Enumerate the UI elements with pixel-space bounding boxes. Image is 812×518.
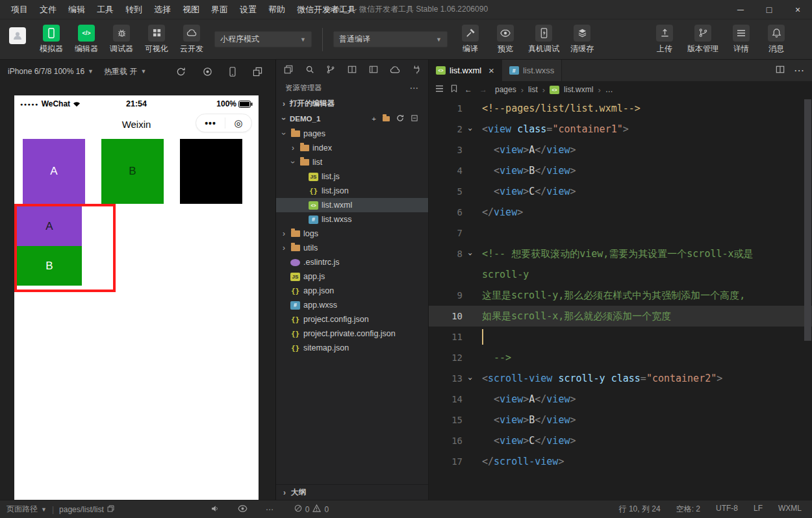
tree-item-app-js[interactable]: JSapp.js (276, 269, 428, 284)
code-line-15[interactable]: 15 <view>B</view> (429, 410, 812, 430)
debugger-button[interactable]: 调试器 (104, 25, 139, 55)
device-frame-icon[interactable] (229, 67, 236, 77)
tree-item-index[interactable]: ›index (276, 141, 428, 155)
code-line-8[interactable]: 8›<!-- 想要获取滚动的view,需要为其设置一个scroll-x或是 (429, 243, 812, 264)
menu-item[interactable]: 设置 (234, 0, 262, 19)
fold-icon[interactable]: › (463, 249, 479, 259)
device-selector[interactable]: iPhone 6/7/8 100% 16▼ (8, 67, 94, 76)
split-editor-icon[interactable] (348, 65, 357, 74)
code-line-14[interactable]: 14 <view>A</view> (429, 389, 812, 410)
search-icon[interactable] (305, 65, 314, 74)
minimize-button[interactable]: ─ (726, 0, 755, 19)
upload-button[interactable]: 上传 (647, 25, 682, 55)
compile-button[interactable]: 编译 (453, 25, 488, 55)
compile-mode-dropdown[interactable]: 普通编译▼ (333, 31, 448, 47)
tree-item-sitemap-json[interactable]: {}sitemap.json (276, 341, 428, 355)
breadcrumb-item-pages[interactable]: pages (495, 85, 516, 94)
navigate-back-icon[interactable]: ← (464, 85, 472, 94)
breadcrumb-item-[interactable]: … (605, 85, 613, 94)
remote-debug-button[interactable]: 真机调试 (523, 25, 565, 55)
simulator-button[interactable]: 模拟器 (34, 25, 69, 55)
clear-cache-button[interactable]: 清缓存 (565, 25, 600, 55)
collapse-all-icon[interactable] (411, 114, 418, 123)
menu-item[interactable]: 视图 (177, 0, 205, 19)
menu-item[interactable]: 文件 (34, 0, 62, 19)
details-button[interactable]: 详情 (724, 25, 759, 55)
files-icon[interactable] (284, 65, 293, 74)
tree-item-app-json[interactable]: {}app.json (276, 284, 428, 298)
navigate-forward-icon[interactable]: → (479, 85, 487, 94)
exit-button[interactable]: ◎ (225, 117, 251, 129)
avatar[interactable] (9, 27, 26, 44)
status-item[interactable]: UTF-8 (716, 504, 738, 515)
status-item[interactable]: 行 10, 列 24 (619, 504, 661, 515)
split-editor-icon[interactable] (776, 65, 785, 77)
tree-item-list-js[interactable]: JSlist.js (276, 169, 428, 184)
tree-item-project-private-config-json[interactable]: {}project.private.config.json (276, 327, 428, 341)
code-line-17[interactable]: 17</scroll-view> (429, 451, 812, 472)
visualizer-button[interactable]: 可视化 (139, 25, 174, 55)
outline-toggle-icon[interactable] (435, 85, 444, 94)
maximize-button[interactable]: □ (755, 0, 783, 19)
code-line-6[interactable]: 6</view> (429, 202, 812, 223)
cloud-dev-button[interactable]: 云开发 (174, 25, 209, 55)
code-line-12[interactable]: 12 --> (429, 347, 812, 368)
code-line-5[interactable]: 5 <view>C</view> (429, 181, 812, 202)
container2-scroll-view[interactable]: AB (14, 204, 116, 292)
status-item[interactable]: WXML (778, 504, 802, 515)
refresh-explorer-icon[interactable] (396, 114, 404, 123)
editor-button[interactable]: </>编辑器 (69, 25, 104, 55)
tree-item-logs[interactable]: ›logs (276, 227, 428, 241)
cloud-icon[interactable] (390, 66, 400, 73)
code-line-10[interactable]: 10如果是scroll-x,那么就必须添加一个宽度 (429, 306, 812, 327)
problems-indicator[interactable]: 0 0 (294, 504, 329, 514)
code-line-3[interactable]: 3 <view>A</view> (429, 140, 812, 160)
menu-item[interactable]: 微信开发者工具 (291, 0, 362, 19)
fold-icon[interactable]: › (463, 374, 479, 384)
menu-item[interactable]: 选择 (148, 0, 177, 19)
screenshot-icon[interactable] (203, 67, 212, 77)
plugin-icon[interactable] (412, 65, 420, 74)
page-path-selector[interactable]: 页面路径 ▼ (6, 504, 47, 515)
hot-reload-toggle[interactable]: 热重载 开▼ (104, 66, 146, 77)
tab-list-wxss[interactable]: #list.wxss (502, 60, 562, 81)
breadcrumb-item-list[interactable]: list (528, 85, 538, 94)
bookmark-icon[interactable] (451, 84, 457, 95)
code-line-7[interactable]: 7 (429, 223, 812, 243)
code-line-2[interactable]: 2›<view class="container1"> (429, 119, 812, 140)
code-area[interactable]: 1<!--pages/list/list.wxml-->2›<view clas… (429, 98, 812, 500)
menu-item[interactable]: 项目 (5, 0, 34, 19)
visibility-icon[interactable] (238, 505, 247, 514)
code-line-16[interactable]: 16 <view>C</view> (429, 430, 812, 451)
current-page-path[interactable]: pages/list/list (59, 505, 114, 514)
detach-window-icon[interactable] (253, 67, 262, 77)
new-file-icon[interactable]: + (372, 115, 376, 123)
refresh-icon[interactable] (176, 67, 186, 77)
close-button[interactable]: × (783, 0, 812, 19)
tree-item-app-wxss[interactable]: #app.wxss (276, 298, 428, 312)
source-control-icon[interactable] (326, 65, 335, 74)
more-actions-icon[interactable]: ⋯ (794, 64, 804, 77)
preview-button[interactable]: 预览 (488, 25, 523, 55)
code-line-11[interactable]: 11 (429, 327, 812, 347)
code-line-4[interactable]: 4 <view>B</view> (429, 160, 812, 181)
layout-icon[interactable] (369, 65, 378, 74)
menu-item[interactable]: 帮助 (262, 0, 291, 19)
project-section[interactable]: › DEMO_1 + (276, 111, 428, 126)
status-item[interactable]: 空格: 2 (676, 504, 700, 515)
menu-item[interactable]: 工具 (91, 0, 120, 19)
tab-list-wxml[interactable]: <>list.wxml× (429, 60, 502, 81)
version-button[interactable]: 版本管理 (682, 25, 724, 55)
tree-item-list-wxml[interactable]: <>list.wxml (276, 198, 428, 212)
outline-section[interactable]: › 大纲 (276, 484, 428, 500)
more-actions-icon[interactable]: ⋯ (410, 82, 419, 93)
tree-item-project-config-json[interactable]: {}project.config.json (276, 312, 428, 327)
code-line-1[interactable]: 1<!--pages/list/list.wxml--> (429, 98, 812, 119)
new-folder-icon[interactable] (383, 115, 390, 123)
status-item[interactable]: LF (754, 504, 763, 515)
menu-item[interactable]: 编辑 (62, 0, 91, 19)
tree-item-list-json[interactable]: {}list.json (276, 184, 428, 198)
tree-item-pages[interactable]: ›pages (276, 127, 428, 141)
message-button[interactable]: 消息 (759, 25, 794, 55)
open-editors-section[interactable]: › 打开的编辑器 (276, 96, 428, 111)
